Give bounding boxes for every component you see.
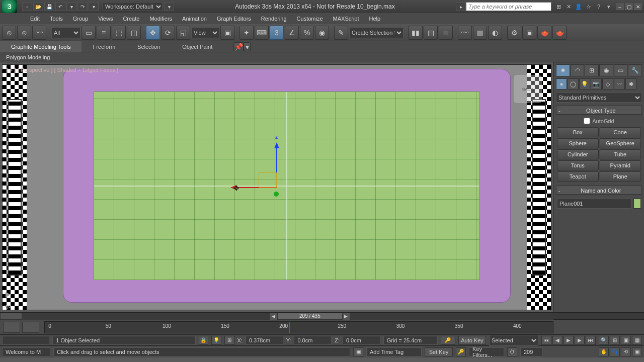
mini-curve-editor-icon[interactable] <box>3 322 20 333</box>
zoom-all-icon[interactable]: ⊞ <box>610 336 620 345</box>
close-button[interactable]: ✕ <box>634 3 642 10</box>
systems-icon[interactable]: ✱ <box>625 78 636 89</box>
signin-icon[interactable]: 👤 <box>575 3 583 11</box>
next-frame-btn-icon[interactable]: ▶ <box>575 336 585 345</box>
plane-button[interactable]: Plane <box>600 171 641 182</box>
prev-frame-icon[interactable]: ◀ <box>270 313 277 320</box>
isolate-icon[interactable]: 💡 <box>211 336 221 345</box>
time-slider-track[interactable]: ◀ 209 / 435 ▶ <box>22 313 553 320</box>
help-drop-icon[interactable]: ▾ <box>605 3 613 11</box>
max-viewport-icon[interactable]: ▣ <box>632 347 642 356</box>
select-by-name-icon[interactable]: ≡ <box>97 26 111 40</box>
app-icon[interactable]: 3 <box>2 0 17 13</box>
key-icon[interactable]: 🔑 <box>456 347 466 356</box>
orbit-icon[interactable]: ⟲ <box>621 347 631 356</box>
auto-key-button[interactable]: Auto Key <box>458 336 486 345</box>
zoom-extents-all-icon[interactable]: ▦ <box>632 336 642 345</box>
align-icon[interactable]: ▤ <box>424 26 438 40</box>
material-editor-icon[interactable]: ◐ <box>488 26 502 40</box>
select-rotate-icon[interactable]: ⟳ <box>161 26 175 40</box>
subscription-icon[interactable]: ⊞ <box>554 3 562 11</box>
cameras-icon[interactable]: 📷 <box>591 78 602 89</box>
edit-selection-set-icon[interactable]: ✎ <box>334 26 348 40</box>
next-frame-icon[interactable]: ▶ <box>343 313 350 320</box>
viewport-expand-icon[interactable] <box>6 292 10 298</box>
pan-icon[interactable]: ✋ <box>599 347 609 356</box>
minimize-button[interactable]: – <box>616 3 624 10</box>
menu-views[interactable]: Views <box>93 16 118 22</box>
menu-maxscript[interactable]: MAXScript <box>328 16 364 22</box>
exchange-icon[interactable]: ✕ <box>565 3 573 11</box>
select-scale-icon[interactable]: ◱ <box>176 26 190 40</box>
goto-end-icon[interactable]: ⏭ <box>586 336 596 345</box>
search-input[interactable] <box>466 2 551 11</box>
selection-filter[interactable]: All <box>51 27 80 38</box>
ribbon-tab-object-paint[interactable]: Object Paint <box>171 41 223 52</box>
box-button[interactable]: Box <box>557 127 599 137</box>
redo-drop-icon[interactable]: ▾ <box>89 2 99 11</box>
geosphere-button[interactable]: GeoSphere <box>600 138 641 148</box>
select-region-icon[interactable]: ⬚ <box>112 26 126 40</box>
goto-start-icon[interactable]: ⏮ <box>541 336 551 345</box>
viewport-perspective[interactable]: [ + ] [ Perspective ] [ Shaded + Edged F… <box>2 64 551 310</box>
curve-editor-icon[interactable]: 〰 <box>458 26 472 40</box>
menu-modifiers[interactable]: Modifiers <box>144 16 177 22</box>
mirror-icon[interactable]: ▮▮ <box>409 26 423 40</box>
timeslider-left[interactable] <box>0 313 22 320</box>
set-key-button[interactable]: Set Key <box>425 347 453 356</box>
open-icon[interactable]: 📂 <box>33 2 43 11</box>
schematic-view-icon[interactable]: ▦ <box>473 26 487 40</box>
save-icon[interactable]: 💾 <box>44 2 54 11</box>
ribbon-expand-icon[interactable]: ▾ <box>244 42 251 51</box>
menu-edit[interactable]: Edit <box>25 16 45 22</box>
window-crossing-icon[interactable]: ◫ <box>127 26 141 40</box>
torus-button[interactable]: Torus <box>557 160 599 170</box>
menu-create[interactable]: Create <box>118 16 144 22</box>
menu-graph-editors[interactable]: Graph Editors <box>212 16 256 22</box>
menu-group[interactable]: Group <box>68 16 94 22</box>
lights-icon[interactable]: 💡 <box>579 78 590 89</box>
undo-icon[interactable]: ↶ <box>55 2 65 11</box>
comm-center-arrow-icon[interactable]: ▸ <box>456 2 466 11</box>
spacewarps-icon[interactable]: 〰 <box>614 78 625 89</box>
sphere-button[interactable]: Sphere <box>557 138 599 148</box>
bind-space-warp-icon[interactable]: 〰 <box>32 26 46 40</box>
undo-drop-icon[interactable]: ▾ <box>66 2 76 11</box>
time-config-icon[interactable]: ⏱ <box>507 347 517 356</box>
key-filters-button[interactable]: Key Filters... <box>469 347 504 356</box>
select-object-icon[interactable]: ▭ <box>82 26 96 40</box>
named-selection-sets[interactable]: Create Selection Set <box>349 27 404 38</box>
cone-button[interactable]: Cone <box>600 127 641 137</box>
play-icon[interactable]: ▶ <box>564 336 574 345</box>
z-coord-input[interactable]: 0.0cm <box>343 336 380 345</box>
ribbon-tab-selection[interactable]: Selection <box>126 41 171 52</box>
workspace-menu-icon[interactable]: ▾ <box>164 2 174 11</box>
lock-icon[interactable]: 🔑 <box>441 336 455 345</box>
use-pivot-icon[interactable]: ▣ <box>220 26 234 40</box>
name-color-header[interactable]: -Name and Color <box>556 186 642 195</box>
workspace-select[interactable]: Workspace: Default <box>103 2 163 11</box>
manipulate-icon[interactable]: ✦ <box>239 26 254 40</box>
menu-help[interactable]: Help <box>364 16 386 22</box>
keyboard-shortcut-icon[interactable]: ⌨ <box>255 26 269 40</box>
select-link-icon[interactable]: ⎋ <box>2 26 16 40</box>
modify-tab-icon[interactable]: ◠ <box>571 64 585 76</box>
select-move-icon[interactable]: ✥ <box>146 26 160 40</box>
menu-animation[interactable]: Animation <box>177 16 212 22</box>
motion-tab-icon[interactable]: ◉ <box>599 64 613 76</box>
render-production-icon[interactable]: 🫖 <box>537 26 551 40</box>
zoom-extents-icon[interactable]: ▣ <box>621 336 631 345</box>
teapot-button[interactable]: Teapot <box>557 171 599 182</box>
viewcube[interactable]: BACK <box>514 75 542 103</box>
ribbon-tab-freeform[interactable]: Freeform <box>82 41 126 52</box>
maximize-button[interactable]: ▢ <box>625 3 633 10</box>
primitive-category-select[interactable]: Standard Primitives <box>556 93 642 103</box>
menu-rendering[interactable]: Rendering <box>256 16 292 22</box>
ribbon-tab-graphite[interactable]: Graphite Modeling Tools <box>0 41 82 52</box>
render-setup-icon[interactable]: ⚙ <box>507 26 521 40</box>
tube-button[interactable]: Tube <box>600 149 641 159</box>
object-type-header[interactable]: -Object Type <box>556 106 642 115</box>
current-frame-marker[interactable] <box>289 322 290 333</box>
layers-icon[interactable]: ≣ <box>439 26 453 40</box>
script-listener[interactable] <box>2 336 49 345</box>
